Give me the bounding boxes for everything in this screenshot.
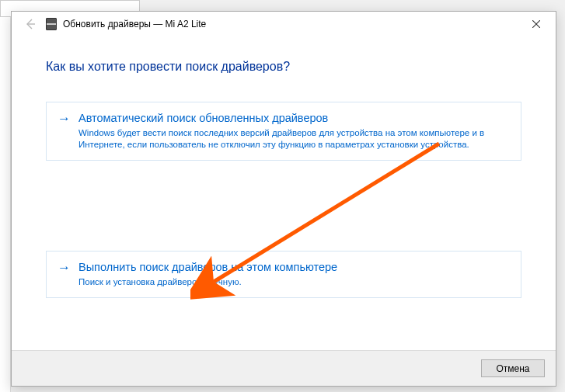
device-icon	[46, 18, 57, 30]
option-description: Поиск и установка драйверов вручную.	[78, 276, 510, 288]
close-button[interactable]	[520, 13, 553, 35]
option-title: Выполнить поиск драйверов на этом компью…	[78, 259, 510, 275]
dialog-titlebar: Обновить драйверы — Mi A2 Lite	[12, 12, 556, 36]
back-arrow-icon	[24, 18, 37, 30]
option-manual-search[interactable]: → Выполнить поиск драйверов на этом комп…	[46, 251, 521, 298]
dialog-title: Обновить драйверы — Mi A2 Lite	[63, 19, 520, 29]
option-title: Автоматический поиск обновленных драйвер…	[78, 110, 510, 126]
option-body: Автоматический поиск обновленных драйвер…	[78, 110, 510, 151]
cancel-button[interactable]: Отмена	[481, 359, 545, 377]
background-panel-edge	[0, 17, 11, 392]
back-button[interactable]	[23, 16, 38, 32]
dialog-content: Как вы хотите провести поиск драйверов? …	[12, 36, 556, 306]
arrow-right-icon: →	[58, 260, 71, 276]
arrow-right-icon: →	[58, 111, 71, 127]
update-drivers-dialog: Обновить драйверы — Mi A2 Lite Как вы хо…	[11, 11, 556, 387]
option-description: Windows будет вести поиск последних верс…	[78, 127, 510, 151]
dialog-footer: Отмена	[12, 350, 556, 386]
close-icon	[532, 20, 540, 28]
option-body: Выполнить поиск драйверов на этом компью…	[78, 259, 510, 288]
page-heading: Как вы хотите провести поиск драйверов?	[46, 60, 521, 74]
options-spacer	[46, 161, 521, 251]
option-auto-search[interactable]: → Автоматический поиск обновленных драйв…	[46, 102, 521, 161]
